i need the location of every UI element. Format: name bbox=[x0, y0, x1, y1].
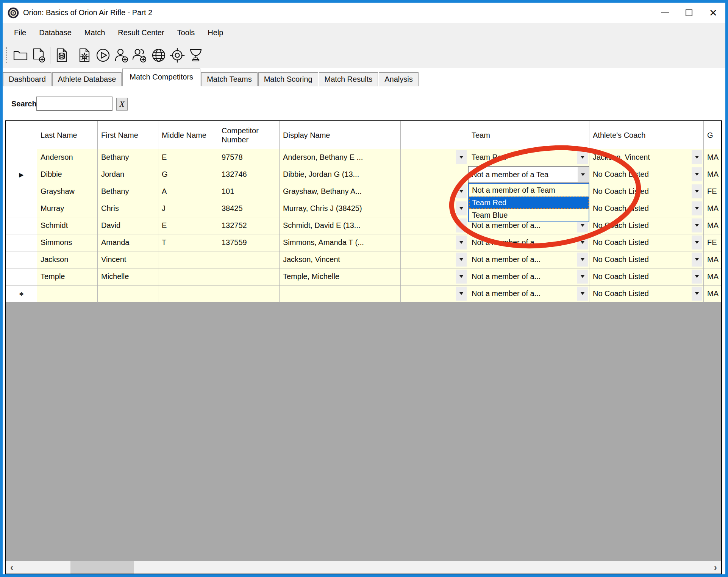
blank-dropdown-cell[interactable] bbox=[401, 234, 468, 251]
row-selector[interactable] bbox=[6, 251, 37, 268]
competitor-number-cell[interactable]: 97578 bbox=[218, 149, 280, 166]
gender-cell[interactable]: MA bbox=[704, 285, 721, 303]
display-name-cell[interactable]: Anderson, Bethany E ... bbox=[280, 149, 401, 166]
first-name-cell[interactable]: Bethany bbox=[98, 149, 158, 166]
combobox-arrow[interactable] bbox=[456, 235, 467, 250]
target-button[interactable] bbox=[168, 45, 186, 66]
column-header-team[interactable]: Team bbox=[468, 121, 589, 149]
middle-name-cell[interactable]: A bbox=[158, 183, 218, 200]
middle-name-cell[interactable]: J bbox=[158, 200, 218, 217]
team-combobox-editor[interactable]: Not a member of a Tea bbox=[468, 166, 589, 183]
coach-cell[interactable]: No Coach Listed bbox=[589, 200, 704, 217]
menu-item-database[interactable]: Database bbox=[39, 28, 72, 37]
search-input[interactable] bbox=[36, 97, 112, 111]
row-selector[interactable] bbox=[6, 149, 37, 166]
row-selector[interactable] bbox=[6, 268, 37, 285]
team-cell[interactable]: Not a member of a... bbox=[468, 285, 589, 303]
menu-item-tools[interactable]: Tools bbox=[177, 28, 195, 37]
first-name-cell[interactable]: Michelle bbox=[98, 268, 158, 285]
gender-cell[interactable]: MA bbox=[704, 268, 721, 285]
scroll-left-arrow[interactable]: ‹ bbox=[6, 561, 17, 574]
combobox-arrow[interactable] bbox=[692, 201, 702, 215]
combobox-arrow[interactable] bbox=[577, 253, 588, 267]
maximize-button[interactable] bbox=[677, 3, 701, 23]
toolbar-grip[interactable] bbox=[6, 47, 8, 63]
column-header-display-name[interactable]: Display Name bbox=[280, 121, 401, 149]
combobox-arrow[interactable] bbox=[456, 150, 467, 164]
scroll-right-arrow[interactable]: › bbox=[710, 561, 721, 574]
combobox-arrow[interactable] bbox=[692, 287, 702, 301]
combobox-arrow[interactable] bbox=[456, 184, 467, 198]
menu-item-match[interactable]: Match bbox=[84, 28, 105, 37]
combobox-arrow[interactable] bbox=[577, 270, 588, 284]
database-file-button[interactable] bbox=[52, 45, 71, 66]
first-name-cell[interactable] bbox=[98, 285, 158, 303]
first-name-cell[interactable]: Amanda bbox=[98, 234, 158, 251]
competitor-number-cell[interactable]: 38425 bbox=[218, 200, 280, 217]
competitor-number-cell[interactable] bbox=[218, 268, 280, 285]
competitor-number-cell[interactable] bbox=[218, 251, 280, 268]
coach-cell[interactable]: No Coach Listed bbox=[589, 251, 704, 268]
column-header-blank[interactable] bbox=[401, 121, 468, 149]
competitor-number-cell[interactable] bbox=[218, 285, 280, 303]
blank-dropdown-cell[interactable] bbox=[401, 251, 468, 268]
last-name-cell[interactable]: Simmons bbox=[37, 234, 98, 251]
menu-item-help[interactable]: Help bbox=[208, 28, 223, 37]
blank-dropdown-cell[interactable] bbox=[401, 285, 468, 303]
tab-match-scoring[interactable]: Match Scoring bbox=[258, 72, 318, 86]
coach-cell[interactable]: No Coach Listed bbox=[589, 183, 704, 200]
display-name-cell[interactable]: Grayshaw, Bethany A... bbox=[280, 183, 401, 200]
combobox-arrow[interactable] bbox=[456, 270, 467, 284]
blank-dropdown-cell[interactable] bbox=[401, 166, 468, 183]
tab-match-results[interactable]: Match Results bbox=[319, 72, 378, 86]
tab-athlete-database[interactable]: Athlete Database bbox=[52, 72, 122, 86]
display-name-cell[interactable] bbox=[280, 285, 401, 303]
dropdown-option-team-blue[interactable]: Team Blue bbox=[469, 209, 589, 221]
combobox-arrow[interactable] bbox=[692, 184, 702, 198]
gender-cell[interactable]: MA bbox=[704, 217, 721, 234]
last-name-cell[interactable] bbox=[37, 285, 98, 303]
combobox-arrow[interactable] bbox=[692, 150, 702, 164]
results-button[interactable] bbox=[186, 45, 205, 66]
coach-cell[interactable]: Jackson, Vincent bbox=[589, 149, 704, 166]
row-selector[interactable] bbox=[6, 200, 37, 217]
coach-cell[interactable]: No Coach Listed bbox=[589, 166, 704, 183]
blank-dropdown-cell[interactable] bbox=[401, 149, 468, 166]
combobox-arrow[interactable] bbox=[456, 201, 467, 215]
display-name-cell[interactable]: Temple, Michelle bbox=[280, 268, 401, 285]
row-selector[interactable]: ▶ bbox=[6, 166, 37, 183]
display-name-cell[interactable]: Simmons, Amanda T (... bbox=[280, 234, 401, 251]
blank-dropdown-cell[interactable] bbox=[401, 200, 468, 217]
competitor-number-cell[interactable]: 101 bbox=[218, 183, 280, 200]
first-name-cell[interactable]: David bbox=[98, 217, 158, 234]
row-selector[interactable] bbox=[6, 217, 37, 234]
blank-dropdown-cell[interactable] bbox=[401, 217, 468, 234]
first-name-cell[interactable]: Bethany bbox=[98, 183, 158, 200]
first-name-cell[interactable]: Vincent bbox=[98, 251, 158, 268]
combobox-arrow[interactable] bbox=[692, 167, 702, 181]
gender-cell[interactable]: FE bbox=[704, 234, 721, 251]
tab-match-competitors[interactable]: Match Competitors bbox=[122, 69, 200, 86]
new-file-button[interactable] bbox=[30, 45, 48, 66]
coach-cell[interactable]: No Coach Listed bbox=[589, 268, 704, 285]
first-name-cell[interactable]: Chris bbox=[98, 200, 158, 217]
column-header-coach[interactable]: Athlete's Coach bbox=[589, 121, 704, 149]
last-name-cell[interactable]: Schmidt bbox=[37, 217, 98, 234]
gender-cell[interactable]: MA bbox=[704, 251, 721, 268]
coach-cell[interactable]: No Coach Listed bbox=[589, 217, 704, 234]
blank-dropdown-cell[interactable] bbox=[401, 183, 468, 200]
minimize-button[interactable] bbox=[653, 3, 677, 23]
middle-name-cell[interactable]: E bbox=[158, 217, 218, 234]
tab-analysis[interactable]: Analysis bbox=[379, 72, 418, 86]
middle-name-cell[interactable] bbox=[158, 285, 218, 303]
combobox-arrow[interactable] bbox=[456, 218, 467, 232]
team-cell[interactable]: Not a member of a Tea bbox=[468, 166, 589, 183]
coach-cell[interactable]: No Coach Listed bbox=[589, 285, 704, 303]
combobox-arrow[interactable] bbox=[456, 253, 467, 267]
combobox-arrow[interactable] bbox=[692, 235, 702, 250]
competitor-number-cell[interactable]: 137559 bbox=[218, 234, 280, 251]
horizontal-scrollbar[interactable]: ‹ › bbox=[6, 561, 721, 574]
dropdown-option-not-a-member-of-a-team[interactable]: Not a member of a Team bbox=[469, 184, 589, 196]
close-button[interactable]: ✕ bbox=[701, 3, 725, 23]
display-name-cell[interactable]: Dibbie, Jordan G (13... bbox=[280, 166, 401, 183]
